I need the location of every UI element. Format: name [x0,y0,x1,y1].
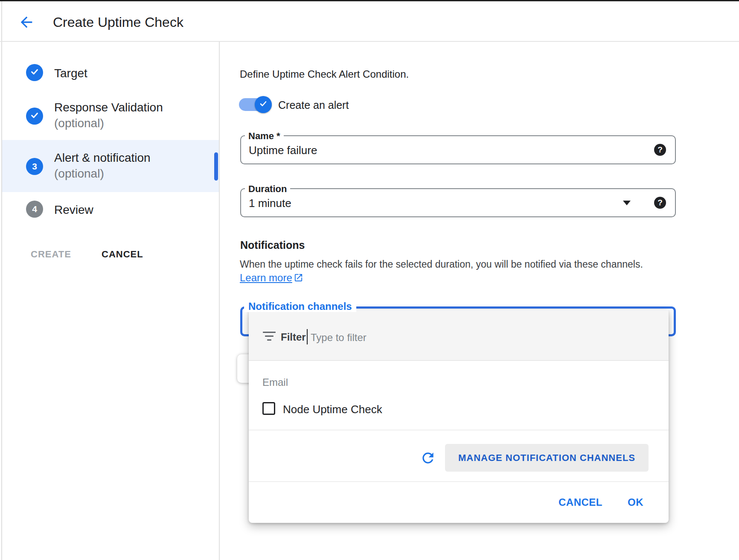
refresh-icon [420,461,436,467]
stepper-step-target[interactable]: Target [2,55,219,90]
help-icon[interactable]: ? [654,144,666,156]
step-number-circle: 4 [26,201,43,218]
manage-notification-channels-button[interactable]: MANAGE NOTIFICATION CHANNELS [445,444,649,472]
channel-option-label: Node Uptime Check [283,403,382,416]
step-label: Alert & notification [54,151,151,165]
arrow-back-icon [18,26,35,32]
toggle-thumb [255,96,272,113]
create-alert-toggle[interactable] [239,96,273,113]
page-title: Create Uptime Check [53,15,183,30]
refresh-channels-button[interactable] [419,449,437,468]
page-header: Create Uptime Check [2,1,739,41]
filter-placeholder: Type to filter [311,332,367,344]
stepper-step-alert-notification[interactable]: 3 Alert & notification (optional) [2,140,219,192]
notification-channels-dropdown: Filter Type to filter Email Node Uptime … [249,310,669,523]
channel-option-row[interactable]: Node Uptime Check [249,398,669,430]
active-step-indicator [214,152,218,181]
alert-name-field-label: Name * [245,131,284,141]
dropdown-divider [249,481,669,482]
duration-field-value: 1 minute [249,197,291,210]
dropdown-ok-button[interactable]: OK [628,496,643,508]
check-icon [29,110,40,122]
step-complete-circle [26,108,43,125]
notification-channels-field-label: Notification channels [244,300,356,312]
step-number: 4 [32,204,37,214]
step-number-circle: 3 [26,158,43,175]
dropdown-arrow-icon[interactable] [623,201,631,205]
create-alert-toggle-label: Create an alert [278,99,349,111]
stepper-step-response-validation[interactable]: Response Validation (optional) [2,95,219,137]
cancel-button[interactable]: CANCEL [102,249,143,260]
check-icon [258,99,268,111]
step-sublabel: (optional) [54,117,104,130]
text-cursor [307,329,308,344]
step-label: Review [54,203,93,217]
duration-select-field[interactable]: Duration 1 minute ? [240,188,676,217]
step-complete-circle [26,64,43,81]
dropdown-divider [249,430,669,430]
filter-label: Filter [281,331,306,343]
check-icon [29,67,40,79]
step-label: Response Validation [54,101,163,114]
duration-field-label: Duration [245,184,290,194]
form-intro-text: Define Uptime Check Alert Condition. [240,68,409,80]
dropdown-cancel-button[interactable]: CANCEL [559,496,602,508]
help-icon[interactable]: ? [654,197,666,209]
header-divider [0,41,739,42]
stepper-step-review[interactable]: 4 Review [2,191,219,227]
notifications-heading: Notifications [240,239,305,251]
step-label: Target [54,67,87,80]
channel-group-label: Email [262,376,288,388]
step-sublabel: (optional) [54,167,104,181]
checkbox[interactable] [262,402,275,415]
back-button[interactable] [17,14,35,32]
create-uptime-check-screen: Create Uptime Check Target Response Vali… [0,0,739,560]
create-button[interactable]: CREATE [31,249,71,260]
filter-icon [263,332,276,342]
channel-filter-input[interactable]: Filter Type to filter [249,310,669,361]
step-number: 3 [32,161,37,172]
alert-name-field-value: Uptime failure [249,144,317,157]
learn-more-link[interactable]: Learn more [240,272,292,284]
alert-name-field[interactable]: Name * Uptime failure ? [240,135,676,164]
external-link-icon[interactable] [294,273,303,283]
sidebar-divider [219,41,220,560]
notifications-description: When the uptime check fails for the sele… [240,259,643,270]
